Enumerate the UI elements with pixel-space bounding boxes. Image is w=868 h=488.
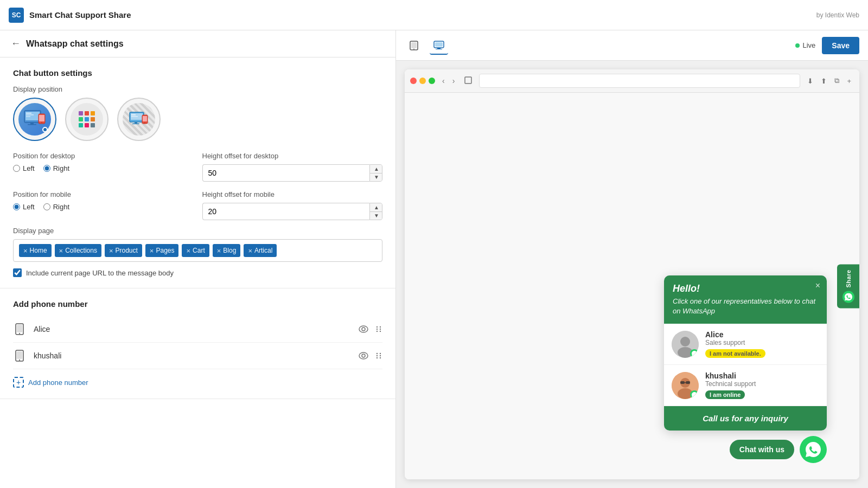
tag-product[interactable]: × Product — [105, 244, 142, 257]
phone-numbers-title: Add phone number — [13, 299, 382, 309]
desktop-height-up[interactable]: ▲ — [370, 165, 382, 174]
mobile-right-radio[interactable]: Right — [43, 203, 69, 211]
alice-drag-btn[interactable] — [375, 325, 382, 333]
tag-product-remove[interactable]: × — [109, 247, 113, 254]
alice-actions — [359, 325, 382, 333]
svg-point-59 — [680, 337, 690, 346]
mobile-height-down[interactable]: ▼ — [370, 212, 382, 220]
svg-rect-14 — [85, 117, 89, 121]
svg-point-31 — [359, 326, 368, 332]
svg-rect-29 — [17, 325, 22, 332]
tag-collections[interactable]: × Collections — [55, 244, 101, 257]
khushali-visibility-btn[interactable] — [359, 352, 368, 359]
display-position-label: Display position — [13, 85, 382, 93]
svg-rect-6 — [28, 124, 36, 125]
tag-pages[interactable]: × Pages — [145, 244, 179, 257]
chat-with-us-btn[interactable]: Chat with us — [730, 440, 794, 459]
by-text: by Identix Web — [816, 11, 859, 19]
svg-rect-21 — [131, 114, 136, 115]
svg-point-49 — [380, 357, 381, 358]
mobile-left-radio[interactable]: Left — [13, 203, 35, 211]
save-button[interactable]: Save — [822, 37, 859, 54]
desktop-position-group: Position for desktop Left Right — [13, 152, 194, 182]
position-circle-3[interactable] — [117, 98, 161, 141]
square-view-btn[interactable] — [462, 75, 475, 87]
chat-close-btn[interactable]: × — [815, 281, 820, 291]
svg-rect-51 — [411, 42, 417, 48]
avatar-alice — [672, 331, 699, 358]
mobile-position-label: Position for mobile — [13, 190, 194, 198]
app-icon: SC — [9, 8, 24, 23]
add-phone-button[interactable]: + Add phone number — [13, 377, 88, 388]
tag-cart-remove[interactable]: × — [186, 247, 190, 254]
tag-home-remove[interactable]: × — [23, 247, 28, 254]
khushali-actions — [359, 352, 382, 359]
svg-rect-11 — [85, 111, 89, 115]
agent-info-alice: Alice Sales support I am not available. — [705, 330, 819, 358]
tag-blog[interactable]: × Blog — [213, 244, 241, 257]
back-button[interactable]: ← — [11, 38, 21, 49]
agent-row-alice[interactable]: Alice Sales support I am not available. — [664, 324, 827, 365]
positions-grid: Position for desktop Left Right — [13, 152, 382, 220]
download-btn[interactable]: ⬇ — [805, 75, 816, 86]
svg-point-41 — [19, 359, 20, 361]
svg-point-33 — [376, 326, 378, 328]
page-title: Whatsapp chat settings — [26, 39, 124, 49]
tag-blog-remove[interactable]: × — [217, 247, 221, 254]
live-dot — [795, 43, 800, 48]
mobile-height-input[interactable] — [202, 203, 369, 220]
desktop-height-down[interactable]: ▼ — [370, 174, 382, 182]
avatar-khushali — [672, 372, 699, 399]
desktop-height-input[interactable] — [202, 164, 369, 182]
share-browser-btn[interactable]: ⬆ — [818, 75, 829, 86]
desktop-right-radio[interactable]: Right — [43, 164, 69, 172]
chat-button-settings-title: Chat button settings — [13, 68, 382, 78]
tag-artical-remove[interactable]: × — [248, 247, 252, 254]
svg-rect-22 — [131, 116, 138, 117]
browser-actions: ⬇ ⬆ ⧉ + — [805, 75, 854, 86]
browser-content: Share × Hello! Click one of ou — [405, 93, 859, 479]
include-url-label[interactable]: Include current page URL to the message … — [26, 269, 174, 277]
include-url-checkbox[interactable] — [13, 268, 22, 277]
right-panel: Live Save ‹ › — [396, 30, 868, 488]
share-whatsapp-icon — [843, 291, 854, 303]
include-url-row: Include current page URL to the message … — [13, 268, 382, 277]
mobile-position-radios: Left Right — [13, 203, 194, 211]
chat-float-row: Chat with us — [664, 436, 827, 463]
tablet-view-btn[interactable] — [405, 36, 423, 55]
tag-home[interactable]: × Home — [19, 244, 52, 257]
chat-footer-btn[interactable]: Call us for any inquiry — [664, 406, 827, 431]
mobile-height-up[interactable]: ▲ — [370, 203, 382, 212]
maximize-dot — [429, 78, 435, 84]
svg-point-43 — [362, 354, 365, 357]
agent-name-khushali: khushali — [34, 351, 359, 360]
desktop-left-radio[interactable]: Left — [13, 164, 35, 172]
position-circle-2[interactable] — [65, 98, 108, 141]
tags-container[interactable]: × Home × Collections × Product × Pages × — [13, 239, 382, 262]
close-dot — [410, 78, 417, 84]
tag-artical[interactable]: × Artical — [244, 244, 277, 257]
position-circle-1[interactable] — [13, 98, 56, 141]
copy-btn[interactable]: ⧉ — [832, 75, 842, 86]
tag-cart[interactable]: × Cart — [182, 244, 209, 257]
forward-nav-btn[interactable]: › — [450, 75, 458, 86]
alice-visibility-btn[interactable] — [359, 325, 368, 333]
mobile-height-input-wrap: ▲ ▼ — [202, 203, 383, 220]
chat-subtitle: Click one of our representatives below t… — [673, 297, 818, 316]
tag-pages-remove[interactable]: × — [150, 247, 154, 254]
whatsapp-float-btn[interactable] — [800, 436, 827, 463]
back-nav-btn[interactable]: ‹ — [439, 75, 448, 86]
tag-collections-remove[interactable]: × — [59, 247, 63, 254]
browser-url-bar[interactable] — [479, 74, 800, 88]
live-indicator: Live — [795, 41, 815, 49]
svg-point-36 — [380, 329, 381, 330]
agent-row-khushali[interactable]: khushali Technical support I am online — [664, 365, 827, 406]
svg-point-27 — [144, 123, 145, 124]
svg-rect-24 — [132, 124, 139, 125]
add-tab-btn[interactable]: + — [844, 75, 854, 86]
desktop-view-btn[interactable] — [430, 36, 448, 55]
position-options — [13, 98, 382, 141]
khushali-drag-btn[interactable] — [375, 352, 382, 359]
desktop-height-input-wrap: ▲ ▼ — [202, 164, 383, 182]
share-tab[interactable]: Share — [837, 264, 859, 308]
